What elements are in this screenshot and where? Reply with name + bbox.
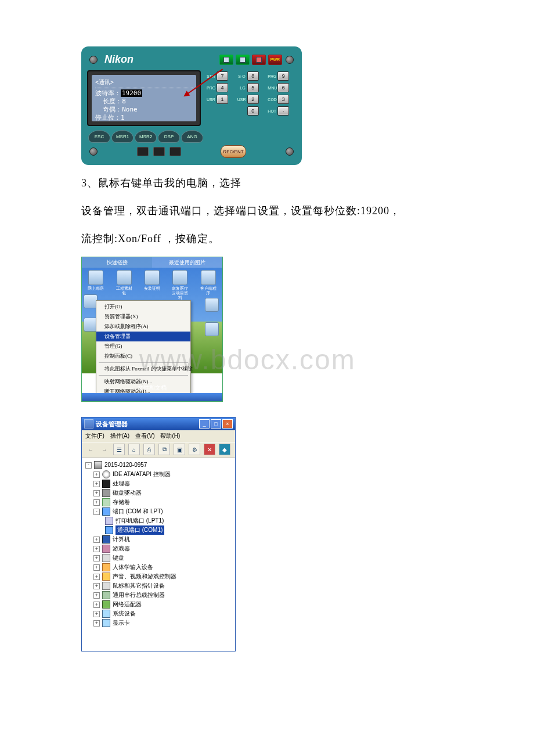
key-2[interactable]: 2 <box>247 95 259 104</box>
tree-node-com1[interactable]: 通讯端口 (COM1) <box>85 525 234 535</box>
mouse-icon <box>102 582 110 590</box>
toolbar-button[interactable]: ☰ <box>113 444 125 455</box>
key-0[interactable]: 0 <box>247 106 259 116</box>
key-8[interactable]: 8 <box>247 71 259 81</box>
nikon-device-photo: Nikon PWR <通讯> 波特率：19200 长度：8 奇偶：None 停止… <box>81 46 302 165</box>
xp-desktop-screenshot: 快速链接 最近使用的图片 网上邻居 工程素材包 安装证明 康复医疗云项目资料 客… <box>81 257 223 402</box>
device-manager-window: 设备管理器 _ □ × 文件(F) 操作(A) 查看(V) 帮助(H) ← → … <box>81 417 236 651</box>
tree-node-sound[interactable]: +声音、视频和游戏控制器 <box>85 572 234 581</box>
toolbar-button[interactable]: ⚙ <box>189 444 200 455</box>
folder-icon <box>201 270 216 285</box>
instruction-step-3: 3、鼠标右键单击我的电脑，选择 <box>81 173 453 193</box>
lcd-frame: <通讯> 波特率：19200 长度：8 奇偶：None 停止位：1 <box>87 70 201 126</box>
menu-item-manage[interactable]: 管理(G) <box>96 341 190 351</box>
back-button[interactable]: ← <box>85 444 96 455</box>
desktop-icon[interactable]: 安装证明 <box>143 270 161 300</box>
toolbar-button[interactable]: ⎙ <box>143 444 155 455</box>
esc-button[interactable]: ESC <box>88 130 110 143</box>
menu-help[interactable]: 帮助(H) <box>160 432 180 440</box>
hid-icon <box>102 563 110 571</box>
key-6[interactable]: 6 <box>277 83 289 92</box>
titlebar: 设备管理器 _ □ × <box>82 417 235 430</box>
desktop-right-icons <box>205 298 219 336</box>
tree-node-ports[interactable]: -端口 (COM 和 LPT) <box>85 507 234 516</box>
menu-item-device-manager[interactable]: 设备管理器 <box>96 332 190 341</box>
status-box <box>219 55 233 65</box>
key-1[interactable]: 1 <box>217 95 228 104</box>
sound-icon <box>102 573 110 581</box>
computer-icon <box>102 535 110 543</box>
maximize-button[interactable]: □ <box>211 419 221 429</box>
nav-key[interactable] <box>137 147 149 156</box>
tree-node-system[interactable]: +系统设备 <box>85 609 234 618</box>
toolbar-button[interactable]: ◆ <box>219 444 230 455</box>
close-button[interactable]: × <box>222 419 233 429</box>
power-indicator: PWR <box>268 55 282 65</box>
menu-item-add-remove[interactable]: 添加或删除程序(A) <box>96 322 190 332</box>
desktop-icon[interactable]: 康复医疗云项目资料 <box>171 270 189 300</box>
lcd-title: <通讯> <box>95 78 193 88</box>
tree-node-usb[interactable]: +通用串行总线控制器 <box>85 591 234 600</box>
tree-node-computer[interactable]: +计算机 <box>85 535 234 544</box>
tree-node-hid[interactable]: +人体学输入设备 <box>85 563 234 572</box>
folder-icon <box>145 270 160 285</box>
menu-item-control-panel[interactable]: 控制面板(C) <box>96 351 190 361</box>
menu-item-open[interactable]: 打开(O) <box>96 302 190 312</box>
desktop-icon[interactable]: 客户端程序 <box>199 270 218 300</box>
menu-separator <box>99 362 188 363</box>
menu-action[interactable]: 操作(A) <box>110 432 129 440</box>
tree-node-ide[interactable]: +IDE ATA/ATAPI 控制器 <box>85 470 234 479</box>
header-right: 最近使用的图片 <box>152 257 222 268</box>
toolbar-button[interactable]: ▣ <box>174 444 185 455</box>
tree-node-game[interactable]: +游戏器 <box>85 544 234 553</box>
numeric-keypad: STN7 S-O8 PRG9 PRG4 LG5 MNU6 USR1 USR2 C… <box>204 70 296 126</box>
forward-button[interactable]: → <box>99 444 110 455</box>
msr1-button[interactable]: MSR1 <box>111 130 134 143</box>
desktop-icon-row: 网上邻居 工程素材包 安装证明 康复医疗云项目资料 客户端程序 <box>82 270 222 300</box>
tree-node-storage[interactable]: +存储卷 <box>85 498 234 507</box>
key-5[interactable]: 5 <box>247 83 259 92</box>
cd-icon <box>102 470 110 478</box>
rec-button[interactable]: REC/ENT <box>221 145 246 158</box>
dsp-button[interactable]: DSP <box>158 130 180 143</box>
instruction-line: 设备管理，双击通讯端口，选择端口设置，设置每秒位数:19200， <box>81 201 453 221</box>
app-icon[interactable] <box>205 298 219 312</box>
tree-node-network[interactable]: +网络适配器 <box>85 600 234 609</box>
tree-node-mouse[interactable]: +鼠标和其它指针设备 <box>85 581 234 591</box>
tree-root[interactable]: -2015-0120-0957 <box>85 460 234 470</box>
tree-node-disk[interactable]: +磁盘驱动器 <box>85 488 234 498</box>
msr2-button[interactable]: MSR2 <box>135 130 157 143</box>
folder-icon <box>172 270 187 285</box>
menu-item-remove-icon[interactable]: 将此图标从 Foxmail 的快捷菜单中移除 <box>96 364 190 374</box>
toolbar-button[interactable]: ✕ <box>204 444 215 455</box>
instruction-line: 流控制:Xon/Foff ，按确定。 <box>81 229 453 249</box>
tree-node-keyboard[interactable]: +键盘 <box>85 553 234 563</box>
tree-node-lpt[interactable]: 打印机端口 (LPT1) <box>85 516 234 525</box>
lcd-line-baud: 波特率：19200 <box>95 89 193 98</box>
desktop-icon[interactable]: 工程素材包 <box>115 270 134 300</box>
key-3[interactable]: 3 <box>277 95 289 104</box>
tree-node-display[interactable]: +显示卡 <box>85 618 234 628</box>
soft-button-row: ESC MSR1 MSR2 DSP ANG <box>86 128 297 144</box>
menu-view[interactable]: 查看(V) <box>135 432 154 440</box>
ang-button[interactable]: ANG <box>181 130 203 143</box>
printer-port-icon <box>105 517 113 525</box>
toolbar-button[interactable]: ⌂ <box>128 444 140 455</box>
brand-logo: Nikon <box>101 53 216 66</box>
nav-key[interactable] <box>169 147 181 156</box>
tree-node-cpu[interactable]: +处理器 <box>85 479 234 488</box>
minimize-button[interactable]: _ <box>199 419 210 429</box>
toolbar-button[interactable]: ⧉ <box>158 444 170 455</box>
key-hot[interactable]: · <box>277 106 289 116</box>
menu-file[interactable]: 文件(F) <box>85 432 104 440</box>
window-title: 设备管理器 <box>96 420 197 429</box>
storage-icon <box>102 498 110 506</box>
folder-icon <box>117 270 132 285</box>
chip-icon <box>102 480 110 488</box>
app-icon <box>84 419 93 429</box>
key-9[interactable]: 9 <box>277 71 289 81</box>
key-4[interactable]: 4 <box>217 83 228 92</box>
app-icon[interactable] <box>205 322 219 336</box>
menu-item-explorer[interactable]: 资源管理器(X) <box>96 312 190 322</box>
nav-key[interactable] <box>153 147 165 156</box>
